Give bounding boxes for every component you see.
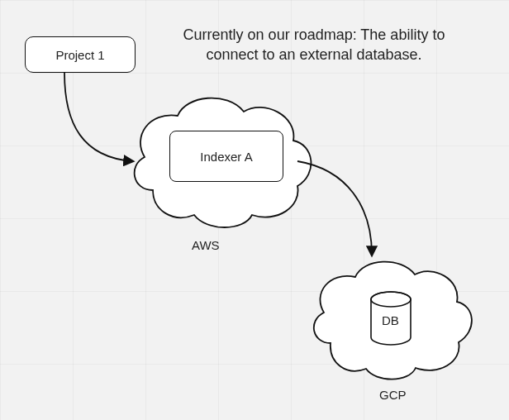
diagram-caption: Currently on our roadmap: The ability to… [161, 25, 467, 65]
arrow-project-to-aws [64, 73, 132, 161]
aws-cloud-label: AWS [192, 238, 220, 252]
project-node: Project 1 [25, 36, 136, 73]
indexer-node: Indexer A [169, 131, 283, 182]
indexer-node-label: Indexer A [200, 150, 252, 164]
db-node-label: DB [382, 313, 399, 327]
project-node-label: Project 1 [55, 48, 104, 62]
gcp-cloud-label: GCP [379, 388, 407, 402]
